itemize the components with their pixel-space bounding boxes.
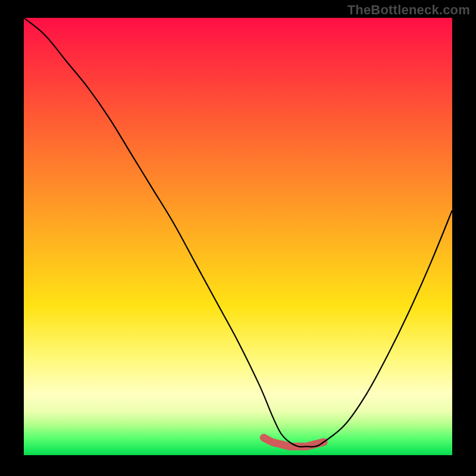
chart-frame: TheBottleneck.com — [0, 0, 476, 476]
plot-area — [24, 18, 452, 455]
watermark-text: TheBottleneck.com — [347, 2, 470, 18]
curve-layer — [24, 18, 452, 455]
bottleneck-curve — [24, 18, 452, 447]
